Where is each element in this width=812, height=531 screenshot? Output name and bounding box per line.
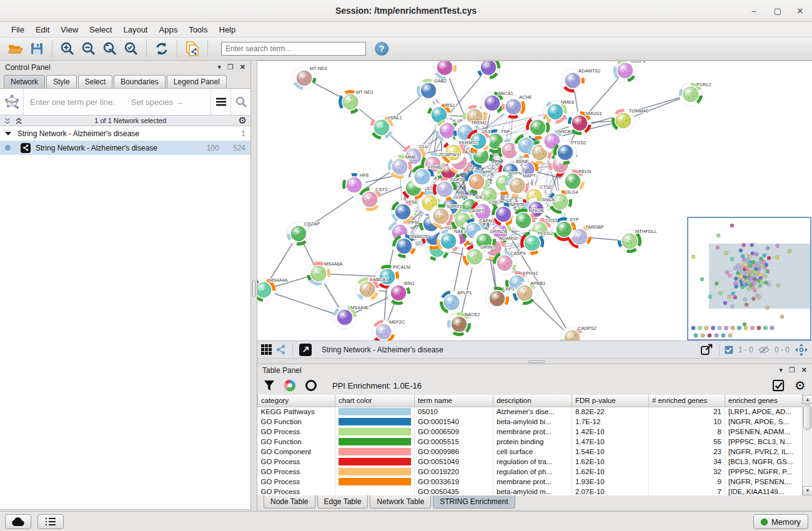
selected-items-checkbox-icon[interactable] (725, 345, 733, 354)
tab-style[interactable]: Style (46, 75, 77, 88)
network-node[interactable]: MT-ND2 (293, 66, 327, 90)
network-node[interactable]: BACE2 (448, 312, 480, 336)
expand-all-icon[interactable] (15, 117, 22, 124)
table-row[interactable]: GO ProcessGO:0019220regulation of ph...1… (258, 467, 803, 477)
network-node[interactable]: PVRL2 (680, 82, 711, 106)
string-options-button[interactable] (210, 89, 230, 115)
column-header-chart-color[interactable]: chart color (335, 395, 415, 407)
panel-menu-icon[interactable]: ▾ (217, 63, 221, 71)
network-node[interactable]: MTHFDLL (618, 229, 657, 253)
column-header-term-name[interactable]: term name (415, 395, 493, 407)
network-node[interactable]: BIN1 (387, 280, 415, 305)
network-node[interactable]: LRP1 (486, 286, 515, 310)
network-node[interactable]: ACHE (502, 94, 532, 119)
tab-node-table[interactable]: Node Table (264, 495, 315, 509)
enrichment-chart-icon[interactable] (284, 379, 296, 392)
network-node[interactable]: TOMM40 (612, 108, 649, 132)
open-session-button[interactable] (6, 40, 25, 57)
splitter-handle[interactable] (528, 360, 545, 363)
network-node[interactable]: ABCA7 (356, 277, 389, 301)
hidden-items-eye-icon[interactable] (758, 345, 770, 354)
scroll-up-arrow[interactable]: ▲ (803, 395, 812, 404)
network-node[interactable]: GAB2 (417, 78, 447, 102)
memory-button[interactable]: Memory (753, 514, 808, 529)
close-button[interactable]: ✕ (791, 5, 810, 17)
maximize-button[interactable]: ▢ (768, 5, 787, 17)
network-node[interactable]: MS4A4E (334, 305, 369, 329)
menu-apps[interactable]: Apps (154, 23, 183, 36)
network-node[interactable]: PLCG2 (521, 231, 553, 255)
network-options-gear-icon[interactable]: ⚙ (239, 115, 247, 126)
birds-eye-view[interactable] (687, 217, 811, 340)
tab-select[interactable]: Select (78, 75, 112, 88)
float-panel-icon[interactable]: ❐ (227, 63, 234, 71)
collapse-triangle-icon[interactable] (5, 132, 11, 136)
network-node[interactable]: MS4A6A (307, 261, 343, 285)
menu-help[interactable]: Help (214, 23, 241, 36)
table-vertical-scrollbar[interactable]: ▲ ▼ (802, 395, 812, 495)
network-node[interactable]: CR1 (477, 61, 504, 79)
settings-gear-icon[interactable]: ⚙ (795, 378, 806, 393)
birds-eye-toggle-icon[interactable] (795, 343, 808, 357)
tab-string-enrichment[interactable]: STRING Enrichment (433, 495, 515, 509)
help-button[interactable]: ? (375, 42, 389, 56)
column-header-FDR-p-value[interactable]: FDR p-value (572, 395, 649, 407)
string-protein-query-selector[interactable]: STRING (0, 89, 24, 115)
menu-select[interactable]: Select (84, 23, 117, 36)
network-row[interactable]: String Network - Alzheimer's disease 100… (0, 141, 250, 155)
select-terms-checkbox-icon[interactable] (773, 380, 785, 392)
ring-chart-icon[interactable] (305, 379, 317, 392)
splitter-handle[interactable] (252, 280, 255, 297)
network-node[interactable]: MEF2C (372, 319, 406, 340)
table-row[interactable]: KEGG Pathways05010Alzheimer's dise...8.8… (258, 407, 803, 417)
column-header-category[interactable]: category (258, 395, 335, 407)
zoom-selected-button[interactable] (122, 40, 141, 57)
network-node[interactable]: CASP9 (493, 251, 526, 275)
table-panel-splitter[interactable] (257, 358, 812, 364)
panel-menu-icon[interactable]: ▾ (779, 366, 783, 374)
string-query-input[interactable]: Enter one term per line. Set species → (24, 97, 210, 107)
table-row[interactable]: GO FunctionGO:0005515protein binding1.47… (258, 437, 803, 447)
minimize-button[interactable]: – (745, 5, 763, 17)
network-collection-row[interactable]: String Network - Alzheimer's disease 1 (0, 126, 250, 141)
table-row[interactable]: GO ProcessGO:0051049regulation of tra...… (258, 457, 803, 467)
panel-splitter[interactable] (251, 61, 257, 511)
tab-network-table[interactable]: Network Table (370, 495, 431, 509)
network-node[interactable]: SMUG1 (568, 111, 602, 135)
automation-cloud-button[interactable] (5, 514, 31, 529)
filter-icon[interactable] (264, 380, 275, 391)
zoom-out-button[interactable] (79, 40, 98, 57)
open-in-string-icon[interactable] (299, 344, 312, 356)
scrollbar-thumb[interactable] (803, 405, 811, 430)
network-node[interactable]: SORL1 (433, 61, 466, 79)
network-node[interactable]: CD2AP (287, 221, 320, 246)
table-row[interactable]: GO ProcessGO:0006509membrane prot...1.42… (258, 427, 803, 437)
column-header-enriched-genes[interactable]: enriched genes (725, 395, 803, 407)
tab-network[interactable]: Network (4, 75, 45, 88)
tab-boundaries[interactable]: Boundaries (114, 75, 166, 88)
share-network-icon[interactable] (275, 344, 286, 355)
save-session-button[interactable] (27, 40, 46, 57)
close-panel-icon[interactable]: ✕ (801, 366, 807, 374)
column-header-description[interactable]: description (493, 395, 572, 407)
network-node[interactable]: CST3 (359, 187, 388, 211)
menu-layout[interactable]: Layout (118, 23, 152, 36)
menu-edit[interactable]: Edit (31, 23, 54, 36)
tab-legend-panel[interactable]: Legend Panel (167, 75, 227, 88)
network-node[interactable]: MT-ND1 (339, 89, 374, 114)
collapse-all-icon[interactable] (4, 117, 11, 124)
network-node[interactable]: MS4A4A (257, 277, 288, 302)
menu-file[interactable]: File (6, 23, 29, 36)
close-panel-icon[interactable]: ✕ (240, 63, 245, 71)
zoom-in-button[interactable] (58, 40, 77, 57)
network-node[interactable]: PTGS2 (554, 140, 587, 164)
string-search-button[interactable] (230, 89, 250, 115)
grid-mode-icon[interactable] (261, 344, 272, 355)
table-row[interactable]: GO FunctionGO:0001540beta-amyloid bi...1… (258, 417, 803, 427)
clone-network-button[interactable] (183, 40, 202, 57)
tab-edge-table[interactable]: Edge Table (317, 495, 369, 509)
network-node[interactable]: APBB1 (513, 280, 546, 305)
zoom-fit-button[interactable] (101, 40, 119, 57)
network-node[interactable]: ADAMTS2 (562, 68, 601, 92)
menu-view[interactable]: View (56, 23, 83, 36)
